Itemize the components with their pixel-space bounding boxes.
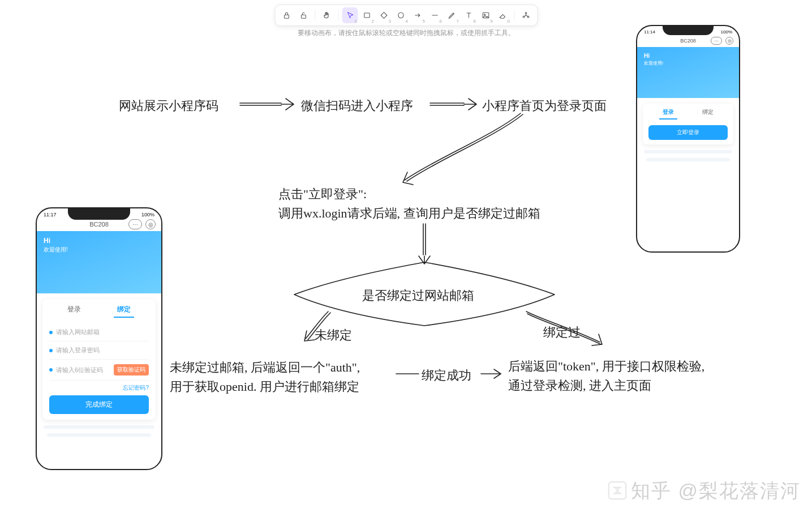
status-time: 11:17	[44, 212, 57, 217]
hero-welcome: 欢迎使用!	[644, 61, 663, 66]
login-now-button[interactable]: 立即登录	[648, 125, 728, 140]
lock-open-icon[interactable]	[278, 7, 294, 23]
code-field[interactable]: 请输入6位验证码获取验证码	[49, 360, 149, 381]
line-icon[interactable]: 6	[427, 7, 442, 23]
get-code-button[interactable]: 获取验证码	[114, 364, 149, 376]
library-icon[interactable]	[518, 7, 534, 23]
nav-title: BC208	[89, 221, 109, 228]
node-website-qrcode: 网站展示小程序码	[119, 96, 218, 116]
diamond-icon[interactable]: 3	[376, 7, 392, 23]
bullet-icon	[49, 349, 53, 352]
result-unbound-line1: 未绑定过邮箱, 后端返回一个"auth",	[170, 358, 360, 377]
watermark-author: @梨花落清河	[678, 480, 801, 501]
nav-close-icon[interactable]: ◎	[725, 37, 733, 45]
arrow-icon[interactable]: 5	[410, 7, 426, 23]
forgot-password-link[interactable]: 忘记密码?	[49, 384, 149, 392]
hero-welcome: 欢迎使用!	[44, 246, 68, 253]
status-battery: 100%	[721, 29, 732, 35]
watermark: 知乎 @梨花落清河	[607, 478, 801, 504]
tab-bind[interactable]: 绑定	[699, 108, 717, 120]
toolbar: 1234567890	[274, 5, 538, 26]
tab-login[interactable]: 登录	[659, 108, 677, 120]
phone-notch	[663, 25, 714, 35]
auth-tabs: 登录 绑定	[648, 108, 728, 120]
auth-tabs: 登录 绑定	[49, 305, 149, 318]
status-time: 11:14	[644, 29, 655, 35]
bullet-icon	[49, 331, 53, 334]
pencil-icon[interactable]: 7	[444, 7, 459, 23]
zhihu-logo-icon	[607, 480, 628, 501]
phone-bind-mockup: 11:17 100% BC208 ⋯ ◎ Hi 欢迎使用! 登录 绑定 请输入网…	[36, 207, 162, 470]
select-icon[interactable]: 1	[342, 7, 358, 23]
result-unbound-line2: 用于获取openid. 用户进行邮箱绑定	[170, 377, 359, 396]
nav-title: BC208	[680, 38, 696, 44]
nav-menu-icon[interactable]: ⋯	[711, 37, 722, 45]
card-shadow	[44, 425, 154, 429]
rect-icon[interactable]: 2	[359, 7, 375, 23]
tab-login[interactable]: 登录	[64, 305, 84, 318]
node-click-login-title: 点击"立即登录":	[278, 185, 367, 204]
result-bound-line1: 后端返回"token", 用于接口权限检验,	[508, 357, 704, 376]
hero-banner: Hi 欢迎使用!	[637, 47, 739, 98]
arrow-bind-success: 绑定成功	[422, 366, 471, 385]
canvas[interactable]: 1234567890 要移动画布，请按住鼠标滚轮或空格键同时拖拽鼠标，或使用抓手…	[0, 0, 812, 512]
result-bound-line2: 通过登录检测, 进入主页面	[508, 376, 651, 395]
watermark-site: 知乎	[631, 480, 672, 501]
hero-banner: Hi 欢迎使用!	[37, 231, 161, 293]
text-icon[interactable]: 8	[461, 7, 476, 23]
hero-hi: Hi	[644, 53, 732, 59]
svg-point-5	[484, 14, 485, 15]
lock-icon[interactable]	[295, 7, 311, 23]
branch-bound: 绑定过	[543, 323, 581, 342]
phone-nav: BC208 ⋯ ◎	[37, 217, 161, 231]
nav-close-icon[interactable]: ◎	[145, 219, 156, 229]
svg-point-3	[398, 12, 403, 18]
eraser-icon[interactable]: 0	[495, 7, 510, 23]
node-wechat-scan: 微信扫码进入小程序	[301, 96, 413, 116]
status-battery: 100%	[141, 212, 154, 217]
svg-rect-2	[364, 13, 369, 18]
image-icon[interactable]: 9	[478, 7, 493, 23]
password-field[interactable]: 请输入登录密码	[49, 342, 149, 360]
hand-icon[interactable]	[319, 7, 334, 23]
hero-hi: Hi	[44, 237, 154, 245]
node-click-login-desc: 调用wx.login请求后端, 查询用户是否绑定过邮箱	[278, 204, 540, 223]
password-placeholder: 请输入登录密码	[56, 346, 100, 355]
nav-menu-icon[interactable]: ⋯	[128, 219, 142, 229]
node-miniapp-login-page: 小程序首页为登录页面	[482, 96, 607, 116]
card-shadow	[644, 150, 732, 153]
submit-bind-button[interactable]: 完成绑定	[49, 395, 149, 414]
branch-unbound: 未绑定	[315, 326, 352, 345]
email-field[interactable]: 请输入网站邮箱	[49, 323, 149, 342]
code-placeholder: 请输入6位验证码	[56, 366, 103, 374]
bind-card: 登录 绑定 请输入网站邮箱 请输入登录密码 请输入6位验证码获取验证码 忘记密码…	[42, 299, 156, 420]
circle-icon[interactable]: 4	[393, 7, 409, 23]
login-card: 登录 绑定 立即登录	[643, 104, 733, 144]
card-shadow	[47, 433, 151, 437]
bullet-icon	[49, 368, 53, 372]
decision-label: 是否绑定过网站邮箱	[362, 286, 474, 305]
svg-rect-1	[301, 15, 306, 18]
phone-nav: BC208 ⋯ ◎	[637, 35, 739, 47]
card-shadow	[646, 158, 730, 161]
email-placeholder: 请输入网站邮箱	[56, 328, 100, 336]
tab-bind[interactable]: 绑定	[114, 305, 134, 318]
canvas-hint: 要移动画布，请按住鼠标滚轮或空格键同时拖拽鼠标，或使用抓手工具。	[298, 28, 515, 38]
phone-login-mockup: 11:14 100% BC208 ⋯ ◎ Hi 欢迎使用! 登录 绑定 立即登录	[636, 25, 740, 253]
svg-rect-0	[284, 15, 289, 18]
